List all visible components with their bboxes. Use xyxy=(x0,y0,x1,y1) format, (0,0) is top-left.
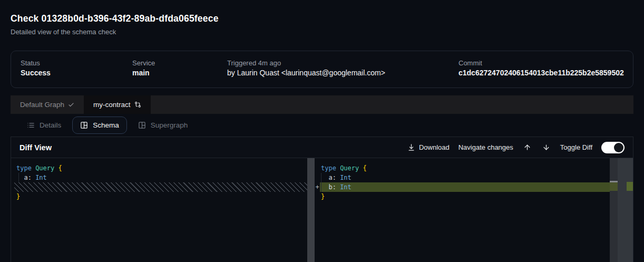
navigate-changes-label: Navigate changes xyxy=(458,143,513,151)
minimap[interactable] xyxy=(610,158,633,262)
status-value: Success xyxy=(21,69,51,77)
schema-check-page: Check 01328b0d-b396-43f2-89ab-dfda065fee… xyxy=(0,0,644,262)
tab-default-graph[interactable]: Default Graph xyxy=(11,95,84,114)
diff-toolbar: Diff View Download Navigate changes xyxy=(11,137,633,158)
next-change-button[interactable] xyxy=(541,143,551,151)
previous-change-button[interactable] xyxy=(522,143,532,151)
tab-schema-label: Schema xyxy=(93,121,119,129)
download-icon xyxy=(407,143,415,151)
code-line: a: Int xyxy=(320,173,633,182)
minimap-track xyxy=(610,158,618,262)
code-line: a: Int xyxy=(11,173,315,182)
navigate-changes-button[interactable]: Navigate changes xyxy=(458,143,513,151)
code-line: type Query { xyxy=(320,163,633,173)
download-label: Download xyxy=(419,143,450,151)
tab-supergraph-label: Supergraph xyxy=(151,121,188,129)
triggered-label: Triggered 4m ago xyxy=(227,59,281,67)
view-tab-bar: Details Schema Supergraph xyxy=(11,114,633,137)
toggle-diff-label: Toggle Diff xyxy=(560,143,592,151)
columns-icon xyxy=(138,121,146,129)
service-label: Service xyxy=(132,59,155,67)
tab-supergraph[interactable]: Supergraph xyxy=(130,117,196,134)
download-button[interactable]: Download xyxy=(407,143,450,151)
minimap-added-marker xyxy=(610,182,618,191)
code-line: } xyxy=(11,192,315,201)
tab-default-graph-label: Default Graph xyxy=(20,101,64,109)
left-pane-scrollbar[interactable] xyxy=(307,158,315,262)
diff-pane-before: type Query { a: Int} xyxy=(11,158,315,262)
columns-icon xyxy=(80,121,88,129)
code-line: } xyxy=(320,192,633,201)
service-value: main xyxy=(132,69,150,77)
indent-guide xyxy=(18,173,19,182)
check-meta-card: Status Success Service main Triggered 4m… xyxy=(11,51,633,88)
tab-my-contract-label: my-contract xyxy=(93,101,131,109)
diff-toolbar-actions: Download Navigate changes Toggle Diff xyxy=(407,142,625,153)
commit-label: Commit xyxy=(458,59,482,67)
graph-tab-bar: Default Graph my-contract xyxy=(11,95,633,114)
tab-details-label: Details xyxy=(40,121,61,129)
toggle-knob xyxy=(614,143,623,152)
toggle-diff-switch[interactable] xyxy=(601,142,625,153)
ruler-added-marker xyxy=(627,182,633,191)
overview-ruler xyxy=(618,158,633,262)
list-icon xyxy=(27,121,35,129)
diff-pane-after: type Query { a: Int b: Int} xyxy=(320,158,633,262)
added-code-line: b: Int xyxy=(320,182,610,192)
diff-section: Diff View Download Navigate changes xyxy=(11,137,633,262)
indent-guide xyxy=(321,173,321,192)
diff-view-title: Diff View xyxy=(19,143,52,152)
check-icon xyxy=(68,102,74,108)
tab-details[interactable]: Details xyxy=(19,117,69,134)
code-line: type Query { xyxy=(11,163,315,173)
page-title: Check 01328b0d-b396-43f2-89ab-dfda065fee… xyxy=(11,13,219,24)
tab-schema[interactable]: Schema xyxy=(72,117,127,134)
git-compare-icon xyxy=(134,101,141,108)
arrow-down-icon xyxy=(542,143,550,151)
added-line-marker: + xyxy=(315,182,320,192)
triggered-value: by Laurin Quast <laurinquast@googlemail.… xyxy=(227,69,385,77)
tab-my-contract[interactable]: my-contract xyxy=(84,95,151,114)
page-subtitle: Detailed view of the schema check xyxy=(11,28,116,36)
schema-diff-editor: type Query { a: Int} type Query { a: Int… xyxy=(11,158,633,262)
arrow-up-icon xyxy=(523,143,531,151)
status-label: Status xyxy=(21,59,40,67)
diff-placeholder-line xyxy=(14,182,315,192)
commit-value: c1dc62724702406154013cbe11b225b2e5859502 xyxy=(458,69,624,77)
